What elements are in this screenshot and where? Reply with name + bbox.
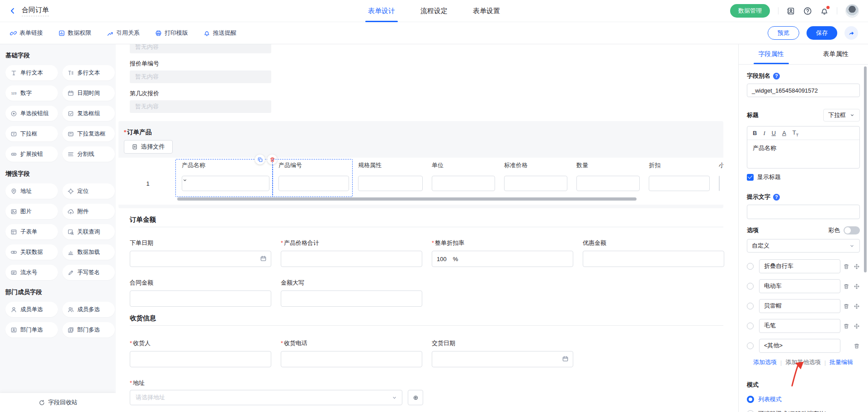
subform-cell-input[interactable]: [358, 176, 423, 191]
option-input[interactable]: 贝雷帽: [759, 299, 840, 313]
field-input[interactable]: [432, 351, 573, 367]
option-radio[interactable]: [747, 303, 754, 309]
contacts-icon[interactable]: [787, 7, 795, 15]
option-delete-icon[interactable]: [843, 322, 849, 329]
toolbar-item-推送提醒[interactable]: 推送提醒: [203, 29, 236, 37]
italic-button[interactable]: I: [763, 130, 765, 137]
palette-item-图片[interactable]: 图片: [5, 204, 58, 219]
field-input[interactable]: [130, 290, 271, 307]
palette-item-子表单[interactable]: 子表单: [5, 224, 58, 239]
option-move-icon[interactable]: [854, 302, 860, 309]
subform-cell-input[interactable]: [576, 176, 640, 191]
copy-column-button[interactable]: [255, 154, 265, 164]
palette-item-分割线[interactable]: 分割线: [62, 146, 115, 162]
option-delete-icon[interactable]: [854, 342, 860, 349]
help-question-icon[interactable]: ?: [773, 194, 780, 201]
palette-item-关联查询[interactable]: 关联查询: [62, 224, 115, 239]
palette-item-流水号[interactable]: 流水号: [5, 265, 58, 280]
font-size-button[interactable]: TT: [793, 129, 798, 137]
panel-tab-字段属性[interactable]: 字段属性: [739, 44, 803, 64]
horizontal-scrollbar[interactable]: [177, 197, 637, 201]
preview-button[interactable]: 预览: [768, 26, 799, 40]
subform-cell-input[interactable]: [432, 176, 495, 191]
subform-cell-input[interactable]: [649, 176, 710, 191]
palette-item-地址[interactable]: 地址: [5, 183, 58, 199]
field-input[interactable]: [130, 351, 271, 367]
color-toggle[interactable]: [844, 226, 860, 234]
option-input[interactable]: <其他>: [759, 339, 840, 353]
subform-cell-input[interactable]: [278, 176, 349, 191]
option-input[interactable]: 毛笔: [759, 319, 840, 333]
palette-item-扩展按钮[interactable]: 扩展按钮: [5, 146, 58, 162]
show-title-checkbox[interactable]: 显示标题: [747, 173, 860, 181]
help-icon[interactable]: [803, 7, 812, 15]
font-color-button[interactable]: A: [782, 130, 786, 136]
palette-item-定位[interactable]: 定位: [62, 183, 115, 199]
readonly-field[interactable]: 暂无内容: [130, 44, 271, 53]
field-input[interactable]: [130, 251, 271, 267]
back-button[interactable]: [9, 7, 16, 14]
palette-item-数据加载[interactable]: 数据加载: [62, 244, 115, 260]
add-option-link[interactable]: 添加选项: [753, 358, 777, 366]
batch-edit-link[interactable]: 批量编辑: [830, 358, 853, 366]
widget-type-select[interactable]: 下拉框: [823, 109, 860, 122]
toolbar-item-表单链接[interactable]: 表单链接: [10, 29, 43, 37]
mode-option-可编辑模式(仅移动端有效)[interactable]: 可编辑模式(仅移动端有效): [747, 410, 860, 412]
choose-file-button[interactable]: 选择文件: [124, 140, 173, 154]
tab-表单设置[interactable]: 表单设置: [473, 0, 500, 22]
option-delete-icon[interactable]: [843, 262, 849, 270]
form-title[interactable]: 合同订单: [22, 6, 49, 16]
field-input[interactable]: [281, 251, 422, 267]
palette-item-部门多选[interactable]: 部门多选: [62, 322, 115, 337]
help-question-icon[interactable]: ?: [773, 73, 780, 80]
hint-text-input[interactable]: [747, 205, 860, 219]
option-delete-icon[interactable]: [843, 282, 849, 290]
data-manage-button[interactable]: 数据管理: [730, 4, 770, 18]
palette-item-多行文本[interactable]: 多行文本: [62, 65, 115, 80]
mode-option-列表模式[interactable]: 列表模式: [747, 395, 860, 403]
palette-item-成员多选[interactable]: 成员多选: [62, 302, 115, 317]
palette-item-数字[interactable]: 数字: [5, 85, 58, 101]
readonly-field[interactable]: 暂无内容: [130, 100, 271, 113]
option-radio[interactable]: [747, 283, 754, 290]
palette-item-成员单选[interactable]: 成员单选: [5, 302, 58, 317]
palette-item-手写签名[interactable]: 手写签名: [62, 265, 115, 280]
notification-bell-icon[interactable]: [820, 7, 829, 15]
add-other-option-link[interactable]: 添加其他选项: [785, 358, 821, 366]
palette-item-复选框组[interactable]: 复选框组: [62, 106, 115, 121]
option-move-icon[interactable]: [854, 322, 860, 329]
title-rich-editor[interactable]: B I U A TT 产品名称: [747, 126, 860, 169]
tab-流程设定[interactable]: 流程设定: [420, 0, 448, 22]
palette-item-日期时间[interactable]: 日期时间: [62, 85, 115, 101]
subform-cell-input[interactable]: [504, 176, 567, 191]
palette-item-单选按钮组[interactable]: 单选按钮组: [5, 106, 58, 121]
share-button[interactable]: [844, 26, 858, 40]
underline-button[interactable]: U: [772, 130, 776, 136]
avatar[interactable]: [845, 4, 859, 18]
palette-item-单行文本[interactable]: 单行文本: [5, 65, 58, 80]
address-select[interactable]: 请选择地址: [130, 390, 402, 405]
bold-button[interactable]: B: [753, 130, 757, 136]
option-radio[interactable]: [747, 263, 754, 270]
subform-cell-input[interactable]: [719, 176, 720, 191]
option-move-icon[interactable]: [854, 282, 860, 290]
option-radio[interactable]: [747, 323, 754, 329]
toolbar-item-打印模版[interactable]: 打印模版: [155, 29, 188, 37]
subform-field[interactable]: *订单产品 选择文件 产品名称产品编号规格属性单位标准价格数量折扣小 1: [118, 121, 723, 208]
field-alias-input[interactable]: _widget_1654584091572: [747, 84, 860, 97]
option-radio[interactable]: [747, 342, 754, 349]
field-input[interactable]: [583, 251, 724, 267]
field-input[interactable]: 100%: [432, 251, 573, 267]
palette-item-附件[interactable]: 附件: [62, 204, 115, 219]
field-recycle-bin[interactable]: 字段回收站: [0, 393, 116, 412]
readonly-field[interactable]: 暂无内容: [130, 70, 271, 83]
palette-item-下拉复选框[interactable]: 下拉复选框: [62, 126, 115, 141]
subform-cell-select[interactable]: [182, 176, 269, 191]
panel-tab-表单属性[interactable]: 表单属性: [803, 44, 868, 64]
palette-item-下拉框[interactable]: 下拉框: [5, 126, 58, 141]
title-value-input[interactable]: 产品名称: [747, 140, 859, 168]
save-button[interactable]: 保存: [807, 26, 837, 40]
option-input[interactable]: 电动车: [759, 279, 840, 293]
form-canvas[interactable]: 暂无内容报价单编号暂无内容第几次报价暂无内容 *订单产品 选择文件 产品名称产品…: [116, 44, 738, 412]
toolbar-item-数据权限[interactable]: 数据权限: [58, 29, 91, 37]
